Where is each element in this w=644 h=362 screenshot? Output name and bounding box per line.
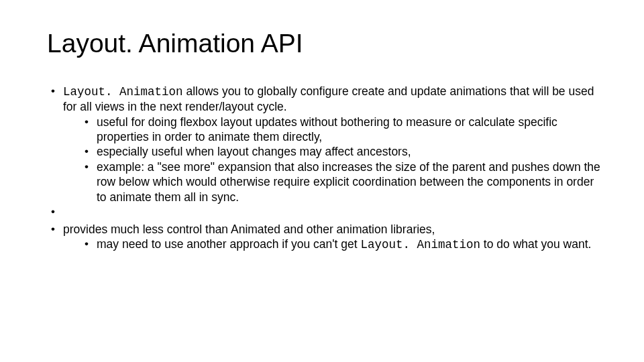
spacer xyxy=(47,204,605,222)
bullet-1-sublist: useful for doing flexbox layout updates … xyxy=(82,115,605,204)
bullet-list: Layout. Animation allows you to globally… xyxy=(47,84,605,253)
slide-title: Layout. Animation API xyxy=(47,29,605,58)
bullet-2: provides much less control than Animated… xyxy=(47,222,605,253)
bullet-2-sub-1-a: may need to use another approach if you … xyxy=(97,237,360,251)
bullet-1-sub-1: useful for doing flexbox layout updates … xyxy=(82,115,605,145)
code-span: Layout. Animation xyxy=(63,85,183,99)
bullet-2-sublist: may need to use another approach if you … xyxy=(82,237,605,252)
bullet-2-sub-1: may need to use another approach if you … xyxy=(82,237,605,252)
bullet-2-sub-1-b: to do what you want. xyxy=(480,237,591,251)
bullet-1-sub-3: example: a "see more" expansion that als… xyxy=(82,160,605,204)
bullet-1-sub-2: especially useful when layout changes ma… xyxy=(82,144,605,159)
slide: Layout. Animation API Layout. Animation … xyxy=(0,0,644,362)
bullet-2-text: provides much less control than Animated… xyxy=(63,223,435,236)
code-span-2: Layout. Animation xyxy=(360,238,480,251)
bullet-1: Layout. Animation allows you to globally… xyxy=(47,84,605,204)
